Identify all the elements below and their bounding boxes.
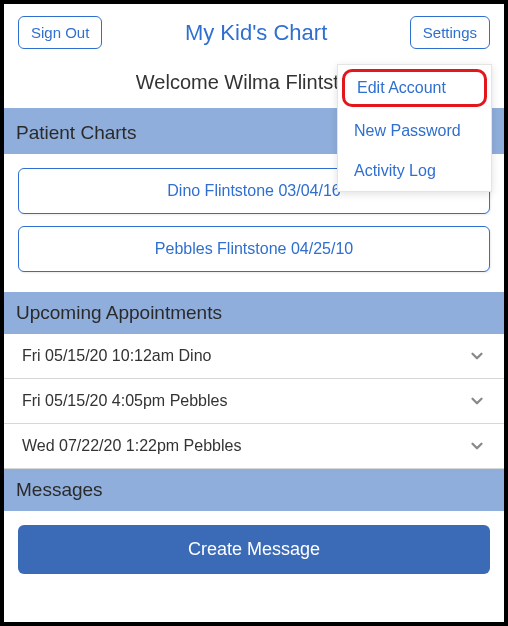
appointment-row[interactable]: Wed 07/22/20 1:22pm Pebbles [4, 424, 504, 469]
menu-activity-log[interactable]: Activity Log [338, 151, 491, 191]
appointment-label: Fri 05/15/20 10:12am Dino [22, 347, 211, 365]
chevron-down-icon [468, 392, 486, 410]
appointment-row[interactable]: Fri 05/15/20 10:12am Dino [4, 334, 504, 379]
sign-out-button[interactable]: Sign Out [18, 16, 102, 49]
patient-item[interactable]: Pebbles Flintstone 04/25/10 [18, 226, 490, 272]
appointment-label: Wed 07/22/20 1:22pm Pebbles [22, 437, 241, 455]
header: Sign Out My Kid's Chart Settings [4, 4, 504, 55]
app-title: My Kid's Chart [185, 20, 327, 46]
appointments-list: Fri 05/15/20 10:12am Dino Fri 05/15/20 4… [4, 334, 504, 469]
section-upcoming-appointments: Upcoming Appointments [4, 292, 504, 334]
menu-edit-account[interactable]: Edit Account [342, 69, 487, 107]
chevron-down-icon [468, 437, 486, 455]
chevron-down-icon [468, 347, 486, 365]
settings-button[interactable]: Settings [410, 16, 490, 49]
menu-new-password[interactable]: New Password [338, 111, 491, 151]
settings-dropdown: Edit Account New Password Activity Log [337, 64, 492, 192]
appointment-row[interactable]: Fri 05/15/20 4:05pm Pebbles [4, 379, 504, 424]
section-messages: Messages [4, 469, 504, 511]
appointment-label: Fri 05/15/20 4:05pm Pebbles [22, 392, 227, 410]
messages-area: Create Message [4, 511, 504, 588]
create-message-button[interactable]: Create Message [18, 525, 490, 574]
